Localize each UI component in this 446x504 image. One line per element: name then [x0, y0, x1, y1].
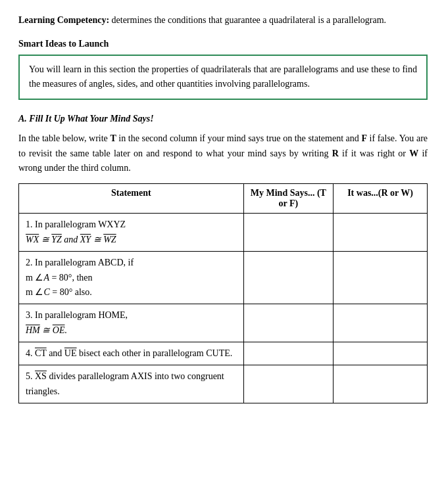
table-row: 1. In parallelogram WXYZ WX ≅ YZ and XY … [19, 214, 428, 252]
table-row: 4. CT and UE bisect each other in parall… [19, 342, 428, 365]
mind-says-table: Statement My Mind Says... (T or F) It wa… [18, 183, 428, 403]
row-1-itwas [334, 214, 428, 252]
fill-section: A. Fill It Up What Your Mind Says! In th… [18, 112, 428, 176]
table-row: 3. In parallelogram HOME, HM ≅ OE. [19, 304, 428, 342]
table-row: 5. XS divides parallelogram AXIS into tw… [19, 365, 428, 403]
smart-ideas-box: You will learn in this section the prope… [18, 55, 428, 100]
row-3-statement: 3. In parallelogram HOME, HM ≅ OE. [19, 304, 244, 342]
fill-section-title: A. Fill It Up What Your Mind Says! [18, 114, 154, 124]
table-row: 2. In parallelogram ABCD, if m ∠A = 80°,… [19, 252, 428, 304]
row-5-itwas [334, 365, 428, 403]
fill-instruction: In the table below, write T in the secon… [18, 131, 428, 175]
header-mind-says: My Mind Says... (T or F) [243, 184, 334, 214]
row-4-mind [243, 342, 334, 365]
row-5-statement: 5. XS divides parallelogram AXIS into tw… [19, 365, 244, 403]
row-2-itwas [334, 252, 428, 304]
row-1-mind [243, 214, 334, 252]
row-1-statement: 1. In parallelogram WXYZ WX ≅ YZ and XY … [19, 214, 244, 252]
row-3-mind [243, 304, 334, 342]
learning-competency: Learning Competency: determines the cond… [18, 13, 428, 27]
row-3-itwas [334, 304, 428, 342]
row-2-mind [243, 252, 334, 304]
lc-label: Learning Competency: [18, 15, 109, 25]
smart-ideas-title: Smart Ideas to Launch [18, 39, 428, 49]
row-5-mind [243, 365, 334, 403]
header-statement: Statement [19, 184, 244, 214]
row-2-statement: 2. In parallelogram ABCD, if m ∠A = 80°,… [19, 252, 244, 304]
smart-ideas-text: You will learn in this section the prope… [29, 64, 417, 89]
row-4-itwas [334, 342, 428, 365]
fill-title: A. Fill It Up What Your Mind Says! [18, 112, 428, 126]
lc-text: determines the conditions that guarantee… [109, 15, 386, 25]
header-it-was: It was...(R or W) [334, 184, 428, 214]
row-4-statement: 4. CT and UE bisect each other in parall… [19, 342, 244, 365]
